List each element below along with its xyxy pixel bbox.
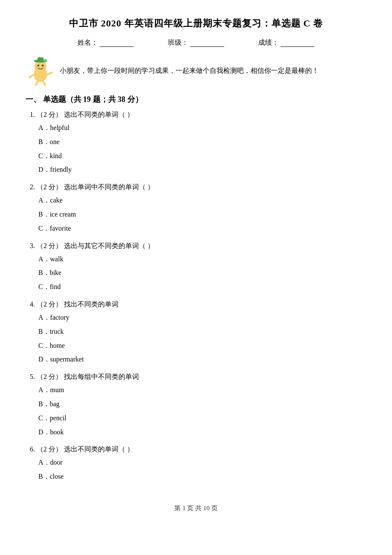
question-stem-2: 2. （2 分） 选出单词中不同类的单词（ ） [30, 183, 366, 192]
svg-line-7 [47, 72, 52, 74]
mascot-row: 小朋友，带上你一段时间的学习成果，一起来做个自我检测吧，相信你一定是最棒的！ [26, 56, 366, 86]
option-q5-d: D．book [38, 426, 366, 439]
option-q5-a: A．mum [38, 384, 366, 396]
option-q3-b: B．bike [38, 267, 366, 279]
option-q6-b: B．close [38, 471, 366, 483]
option-q4-d: D．supermarket [38, 353, 366, 366]
class-underline [190, 39, 224, 47]
page-footer: 第 1 页 共 10 页 [26, 504, 366, 512]
mascot-icon [26, 56, 55, 86]
option-q5-b: B．bag [38, 398, 366, 410]
score-field: 成绩： [258, 38, 314, 47]
option-q1-c: C．kind [38, 150, 366, 162]
question-stem-1: 1. （2 分） 选出不同类的单词（ ） [30, 110, 366, 119]
question-5: 5. （2 分） 找出每组中不同类的单词A．mumB．bagC．pencilD．… [26, 373, 366, 442]
question-stem-4: 4. （2 分） 找出不同类的单词 [30, 300, 366, 309]
question-4: 4. （2 分） 找出不同类的单词A．factoryB．truckC．homeD… [26, 300, 366, 370]
intro-text: 小朋友，带上你一段时间的学习成果，一起来做个自我检测吧，相信你一定是最棒的！ [60, 65, 319, 76]
svg-point-10 [36, 66, 38, 69]
option-q2-b: B．ice cream [38, 208, 366, 221]
questions-container: 1. （2 分） 选出不同类的单词（ ）A．helpfulB．oneC．kind… [26, 110, 366, 487]
option-q2-a: A．cake [38, 194, 366, 207]
option-q6-a: A．door [38, 457, 366, 469]
header-fields: 姓名： 班级： 成绩： [26, 38, 366, 47]
section-title: 一、 单选题（共 19 题；共 38 分） [26, 94, 366, 104]
question-stem-5: 5. （2 分） 找出每组中不同类的单词 [30, 373, 366, 382]
name-label: 姓名： [78, 38, 98, 47]
question-stem-3: 3. （2 分） 选出与其它不同类的单词（ ） [30, 242, 366, 251]
svg-point-5 [42, 65, 43, 66]
score-underline [280, 39, 314, 47]
question-stem-6: 6. （2 分） 选出不同类的单词（ ） [30, 445, 366, 454]
question-3: 3. （2 分） 选出与其它不同类的单词（ ）A．walkB．bikeC．fin… [26, 242, 366, 298]
option-q3-a: A．walk [38, 253, 366, 266]
option-q3-c: C．find [38, 281, 366, 293]
svg-line-9 [43, 81, 45, 85]
svg-point-4 [37, 65, 39, 66]
svg-line-6 [29, 75, 34, 78]
question-6: 6. （2 分） 选出不同类的单词（ ）A．doorB．close [26, 445, 366, 487]
question-2: 2. （2 分） 选出单词中不同类的单词（ ）A．cakeB．ice cream… [26, 183, 366, 239]
class-field: 班级： [168, 38, 224, 47]
option-q1-a: A．helpful [38, 122, 366, 134]
option-q4-b: B．truck [38, 326, 366, 338]
name-field: 姓名： [78, 38, 134, 47]
option-q2-c: C．favorite [38, 223, 366, 235]
option-q4-c: C．home [38, 340, 366, 352]
svg-rect-3 [37, 58, 43, 62]
svg-line-8 [36, 81, 38, 85]
option-q5-c: C．pencil [38, 412, 366, 425]
name-underline [100, 39, 134, 47]
class-label: 班级： [168, 38, 188, 47]
option-q1-d: D．friendly [38, 164, 366, 176]
score-label: 成绩： [258, 38, 279, 47]
question-1: 1. （2 分） 选出不同类的单词（ ）A．helpfulB．oneC．kind… [26, 110, 366, 180]
option-q4-a: A．factory [38, 312, 366, 324]
option-q1-b: B．one [38, 136, 366, 148]
page-title: 中卫市 2020 年英语四年级上册期末专题复习：单选题 C 卷 [26, 17, 366, 30]
svg-point-11 [43, 66, 45, 69]
